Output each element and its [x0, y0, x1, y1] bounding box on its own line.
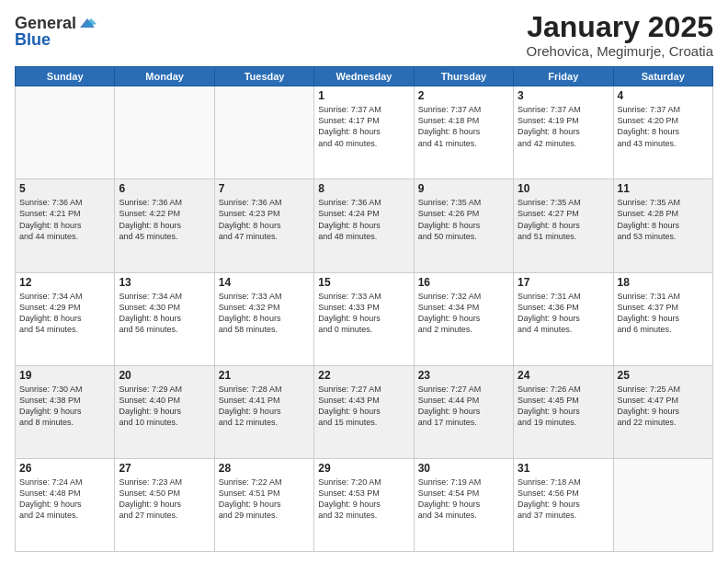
calendar-cell: 6Sunrise: 7:36 AMSunset: 4:22 PMDaylight…: [115, 179, 214, 272]
calendar-cell: 17Sunrise: 7:31 AMSunset: 4:36 PMDayligh…: [514, 272, 613, 365]
day-number: 8: [318, 182, 409, 195]
cell-info: Sunrise: 7:34 AMSunset: 4:30 PMDaylight:…: [119, 291, 210, 336]
calendar-table: Sunday Monday Tuesday Wednesday Thursday…: [15, 66, 713, 552]
day-number: 24: [518, 369, 609, 382]
calendar-cell: 15Sunrise: 7:33 AMSunset: 4:33 PMDayligh…: [314, 272, 414, 365]
day-number: 21: [219, 369, 310, 382]
cell-info: Sunrise: 7:37 AMSunset: 4:17 PMDaylight:…: [318, 104, 409, 149]
day-number: 3: [518, 89, 609, 102]
day-number: 4: [618, 89, 709, 102]
day-number: 12: [19, 276, 110, 289]
logo: General Blue: [15, 11, 97, 48]
calendar-cell: [214, 86, 313, 179]
logo-general-text: General: [15, 15, 76, 31]
day-number: 16: [418, 276, 509, 289]
calendar-cell: 31Sunrise: 7:18 AMSunset: 4:56 PMDayligh…: [514, 458, 613, 551]
cell-info: Sunrise: 7:28 AMSunset: 4:41 PMDaylight:…: [219, 384, 310, 429]
calendar-row-1: 5Sunrise: 7:36 AMSunset: 4:21 PMDaylight…: [16, 179, 713, 272]
title-block: January 2025 Orehovica, Megimurje, Croat…: [527, 11, 713, 59]
cell-info: Sunrise: 7:24 AMSunset: 4:48 PMDaylight:…: [19, 477, 110, 522]
calendar-cell: 22Sunrise: 7:27 AMSunset: 4:43 PMDayligh…: [314, 365, 414, 458]
header-sunday: Sunday: [16, 67, 115, 86]
cell-info: Sunrise: 7:36 AMSunset: 4:24 PMDaylight:…: [318, 197, 409, 242]
calendar-cell: 19Sunrise: 7:30 AMSunset: 4:38 PMDayligh…: [16, 365, 115, 458]
day-number: 31: [518, 462, 609, 475]
calendar-row-4: 26Sunrise: 7:24 AMSunset: 4:48 PMDayligh…: [16, 458, 713, 551]
header-saturday: Saturday: [613, 67, 712, 86]
cell-info: Sunrise: 7:26 AMSunset: 4:45 PMDaylight:…: [518, 384, 609, 429]
cell-info: Sunrise: 7:29 AMSunset: 4:40 PMDaylight:…: [119, 384, 210, 429]
day-number: 11: [618, 182, 709, 195]
calendar-cell: 8Sunrise: 7:36 AMSunset: 4:24 PMDaylight…: [314, 179, 414, 272]
cell-info: Sunrise: 7:33 AMSunset: 4:33 PMDaylight:…: [318, 291, 409, 336]
calendar-cell: 23Sunrise: 7:27 AMSunset: 4:44 PMDayligh…: [414, 365, 513, 458]
cell-info: Sunrise: 7:36 AMSunset: 4:23 PMDaylight:…: [219, 197, 310, 242]
calendar-cell: 20Sunrise: 7:29 AMSunset: 4:40 PMDayligh…: [115, 365, 214, 458]
calendar-cell: 2Sunrise: 7:37 AMSunset: 4:18 PMDaylight…: [414, 86, 513, 179]
header-thursday: Thursday: [414, 67, 513, 86]
calendar-cell: 30Sunrise: 7:19 AMSunset: 4:54 PMDayligh…: [414, 458, 513, 551]
cell-info: Sunrise: 7:37 AMSunset: 4:20 PMDaylight:…: [618, 104, 709, 149]
calendar-cell: 10Sunrise: 7:35 AMSunset: 4:27 PMDayligh…: [514, 179, 613, 272]
cell-info: Sunrise: 7:34 AMSunset: 4:29 PMDaylight:…: [19, 291, 110, 336]
calendar-cell: [16, 86, 115, 179]
calendar-cell: 5Sunrise: 7:36 AMSunset: 4:21 PMDaylight…: [16, 179, 115, 272]
day-number: 23: [418, 369, 509, 382]
calendar-cell: 24Sunrise: 7:26 AMSunset: 4:45 PMDayligh…: [514, 365, 613, 458]
day-number: 7: [219, 182, 310, 195]
cell-info: Sunrise: 7:36 AMSunset: 4:22 PMDaylight:…: [119, 197, 210, 242]
page-title: January 2025: [527, 11, 713, 43]
cell-info: Sunrise: 7:35 AMSunset: 4:26 PMDaylight:…: [418, 197, 509, 242]
day-number: 17: [518, 276, 609, 289]
cell-info: Sunrise: 7:23 AMSunset: 4:50 PMDaylight:…: [119, 477, 210, 522]
page-subtitle: Orehovica, Megimurje, Croatia: [527, 43, 713, 59]
cell-info: Sunrise: 7:35 AMSunset: 4:27 PMDaylight:…: [518, 197, 609, 242]
cell-info: Sunrise: 7:27 AMSunset: 4:44 PMDaylight:…: [418, 384, 509, 429]
calendar-cell: 7Sunrise: 7:36 AMSunset: 4:23 PMDaylight…: [214, 179, 313, 272]
calendar-cell: 9Sunrise: 7:35 AMSunset: 4:26 PMDaylight…: [414, 179, 513, 272]
calendar-row-0: 1Sunrise: 7:37 AMSunset: 4:17 PMDaylight…: [16, 86, 713, 179]
day-number: 15: [318, 276, 409, 289]
cell-info: Sunrise: 7:33 AMSunset: 4:32 PMDaylight:…: [219, 291, 310, 336]
cell-info: Sunrise: 7:25 AMSunset: 4:47 PMDaylight:…: [618, 384, 709, 429]
cell-info: Sunrise: 7:32 AMSunset: 4:34 PMDaylight:…: [418, 291, 509, 336]
header-tuesday: Tuesday: [214, 67, 313, 86]
day-number: 10: [518, 182, 609, 195]
day-number: 19: [19, 369, 110, 382]
calendar-row-3: 19Sunrise: 7:30 AMSunset: 4:38 PMDayligh…: [16, 365, 713, 458]
day-number: 1: [318, 89, 409, 102]
day-number: 27: [119, 462, 210, 475]
day-number: 20: [119, 369, 210, 382]
calendar-cell: 1Sunrise: 7:37 AMSunset: 4:17 PMDaylight…: [314, 86, 414, 179]
cell-info: Sunrise: 7:35 AMSunset: 4:28 PMDaylight:…: [618, 197, 709, 242]
calendar-cell: 16Sunrise: 7:32 AMSunset: 4:34 PMDayligh…: [414, 272, 513, 365]
day-number: 28: [219, 462, 310, 475]
day-number: 25: [618, 369, 709, 382]
cell-info: Sunrise: 7:36 AMSunset: 4:21 PMDaylight:…: [19, 197, 110, 242]
header-wednesday: Wednesday: [314, 67, 414, 86]
calendar-cell: 14Sunrise: 7:33 AMSunset: 4:32 PMDayligh…: [214, 272, 313, 365]
cell-info: Sunrise: 7:31 AMSunset: 4:36 PMDaylight:…: [518, 291, 609, 336]
day-number: 26: [19, 462, 110, 475]
cell-info: Sunrise: 7:31 AMSunset: 4:37 PMDaylight:…: [618, 291, 709, 336]
header: General Blue January 2025 Orehovica, Meg…: [15, 11, 713, 59]
cell-info: Sunrise: 7:19 AMSunset: 4:54 PMDaylight:…: [418, 477, 509, 522]
header-friday: Friday: [514, 67, 613, 86]
calendar-cell: 3Sunrise: 7:37 AMSunset: 4:19 PMDaylight…: [514, 86, 613, 179]
calendar-cell: 25Sunrise: 7:25 AMSunset: 4:47 PMDayligh…: [613, 365, 712, 458]
cell-info: Sunrise: 7:20 AMSunset: 4:53 PMDaylight:…: [318, 477, 409, 522]
day-number: 22: [318, 369, 409, 382]
cell-info: Sunrise: 7:37 AMSunset: 4:18 PMDaylight:…: [418, 104, 509, 149]
header-monday: Monday: [115, 67, 214, 86]
day-number: 18: [618, 276, 709, 289]
calendar-cell: 11Sunrise: 7:35 AMSunset: 4:28 PMDayligh…: [613, 179, 712, 272]
cell-info: Sunrise: 7:27 AMSunset: 4:43 PMDaylight:…: [318, 384, 409, 429]
calendar-cell: 4Sunrise: 7:37 AMSunset: 4:20 PMDaylight…: [613, 86, 712, 179]
day-number: 14: [219, 276, 310, 289]
cell-info: Sunrise: 7:30 AMSunset: 4:38 PMDaylight:…: [19, 384, 110, 429]
day-number: 29: [318, 462, 409, 475]
day-number: 5: [19, 182, 110, 195]
calendar-cell: 26Sunrise: 7:24 AMSunset: 4:48 PMDayligh…: [16, 458, 115, 551]
cell-info: Sunrise: 7:22 AMSunset: 4:51 PMDaylight:…: [219, 477, 310, 522]
cell-info: Sunrise: 7:37 AMSunset: 4:19 PMDaylight:…: [518, 104, 609, 149]
